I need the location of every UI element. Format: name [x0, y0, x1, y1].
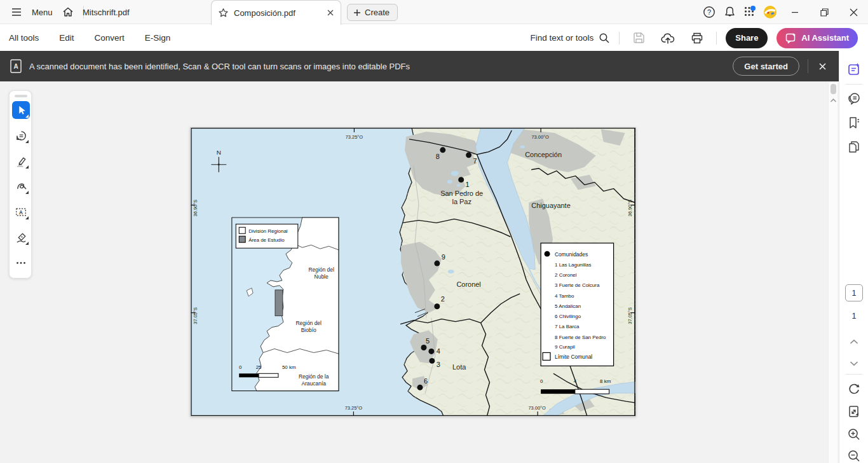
doc-badge-glyph: A	[13, 63, 18, 70]
scale-tick: 0	[540, 378, 543, 384]
map-legend: Comunidades 1 Las Lagunillas 2 Coronel 3…	[541, 243, 613, 366]
panel-grab-handle[interactable]	[15, 95, 27, 97]
rotate-page-button[interactable]	[844, 379, 864, 398]
previous-page-button[interactable]	[844, 332, 864, 351]
save-button[interactable]	[628, 28, 649, 48]
notification-close-button[interactable]	[815, 59, 830, 74]
profile-avatar[interactable]	[760, 2, 780, 22]
pages-icon	[847, 140, 861, 154]
highlight-tool-button[interactable]	[12, 152, 30, 170]
lon-label: 73.25°O	[346, 134, 363, 140]
document-canvas[interactable]: 1 2 3 4 5 6 7 8 9 Concepción San Pedro d…	[0, 81, 839, 463]
favorite-star-icon[interactable]	[218, 8, 229, 18]
chevron-up-icon	[850, 339, 858, 345]
zoom-out-icon	[847, 449, 861, 463]
ai-doc-icon	[847, 62, 861, 76]
sign-tool-button[interactable]	[12, 228, 30, 246]
avatar-icon	[763, 4, 778, 20]
create-button[interactable]: Create	[347, 4, 398, 21]
hamburger-menu-button[interactable]	[6, 2, 27, 22]
more-tools-button[interactable]	[12, 254, 30, 272]
city-label-san-pedro: San Pedro de	[440, 190, 483, 197]
next-page-button[interactable]	[844, 354, 864, 373]
ai-assistant-label: AI Assistant	[801, 33, 849, 43]
close-window-button[interactable]	[839, 0, 868, 24]
minimize-button[interactable]	[780, 0, 810, 24]
menu-label[interactable]: Menu	[32, 8, 53, 17]
comments-panel-button[interactable]	[844, 89, 864, 108]
legend-item: 7 La Barca	[555, 324, 580, 329]
get-started-button[interactable]: Get started	[733, 57, 799, 76]
point-label: 6	[424, 377, 428, 385]
scale-tick: 4	[574, 378, 577, 384]
share-button[interactable]: Share	[726, 28, 768, 48]
dropdown-corner-icon	[25, 140, 29, 143]
restore-button[interactable]	[810, 0, 839, 24]
quick-tools-panel: A	[9, 90, 32, 279]
close-icon	[850, 8, 858, 17]
app-switcher-button[interactable]	[740, 2, 760, 22]
upload-cloud-button[interactable]	[658, 28, 678, 48]
draw-tool-button[interactable]	[12, 177, 30, 195]
edit-menu[interactable]: Edit	[59, 33, 74, 43]
bell-icon	[724, 6, 736, 18]
zoom-in-button[interactable]	[844, 425, 864, 444]
legend-item: 4 Tambo	[555, 293, 574, 299]
tab-mitschrift[interactable]: Mitschrift.pdf	[75, 0, 202, 24]
zoom-out-button[interactable]	[844, 446, 864, 463]
rail-divider	[846, 374, 862, 375]
page-number-input[interactable]: 1	[845, 284, 863, 301]
vertical-scrollbar[interactable]	[828, 83, 837, 463]
comment-tool-button[interactable]	[12, 127, 30, 144]
region-label: Región de la	[299, 373, 329, 380]
chevron-down-icon	[850, 361, 858, 366]
tab-composicion[interactable]: Composición.pdf	[211, 0, 341, 25]
select-tool-button[interactable]	[12, 101, 30, 119]
plus-icon	[353, 9, 361, 17]
page-thumbnails-button[interactable]	[844, 137, 864, 156]
scale-tick: 8 km	[600, 378, 611, 384]
print-icon	[691, 32, 703, 45]
lon-label: 73.00°O	[531, 134, 549, 140]
legend-item: 9 Curapil	[555, 344, 575, 350]
print-button[interactable]	[687, 28, 707, 48]
scale-tick: 25	[256, 364, 262, 370]
text-select-tool-button[interactable]: A	[12, 203, 30, 221]
help-button[interactable]: ?	[699, 2, 719, 22]
tab-close-icon[interactable]	[327, 9, 334, 17]
toolbar-divider	[619, 32, 620, 45]
tab-label: Composición.pdf	[234, 8, 322, 18]
dropdown-corner-icon	[25, 191, 29, 194]
point-label: 5	[426, 337, 430, 345]
point-label: 1	[466, 181, 470, 188]
ai-assistant-button[interactable]: AI Assistant	[776, 28, 858, 48]
all-tools-menu[interactable]: All tools	[9, 33, 39, 43]
scrollbar-thumb[interactable]	[831, 84, 836, 94]
fit-page-button[interactable]	[844, 402, 864, 421]
ai-assistant-panel-button[interactable]	[844, 60, 864, 79]
bookmarks-panel-button[interactable]	[844, 113, 864, 132]
esign-menu[interactable]: E-Sign	[145, 33, 171, 43]
region-label: Ñuble	[315, 273, 329, 280]
legend-item: 1 Las Lagunillas	[555, 262, 592, 268]
scan-notification-bar: A A scanned document has been identified…	[0, 51, 839, 81]
inset-legend-item: División Regional	[248, 228, 288, 234]
bookmark-icon	[847, 116, 861, 130]
find-text-button[interactable]: Find text or tools	[531, 32, 611, 44]
pdf-page-map[interactable]: 1 2 3 4 5 6 7 8 9 Concepción San Pedro d…	[190, 127, 636, 417]
help-glyph: ?	[707, 8, 711, 16]
dropdown-corner-icon	[25, 114, 29, 118]
point-label: 7	[473, 157, 477, 165]
region-label: Araucanía	[301, 380, 326, 387]
ellipsis-icon	[16, 261, 26, 265]
city-label-concepcion: Concepción	[525, 151, 562, 158]
title-bar: Menu Mitschrift.pdf Composición.pdf Crea…	[0, 0, 868, 24]
inset-map: División Regional Área de Estudio Región…	[231, 217, 339, 391]
scale-tick: 50 km	[282, 364, 296, 370]
notifications-button[interactable]	[719, 2, 740, 22]
convert-menu[interactable]: Convert	[95, 33, 125, 43]
scroll-up-icon[interactable]	[830, 98, 837, 103]
point-label: 2	[441, 295, 445, 303]
minimize-icon	[791, 8, 799, 16]
point-label: 4	[437, 347, 440, 355]
